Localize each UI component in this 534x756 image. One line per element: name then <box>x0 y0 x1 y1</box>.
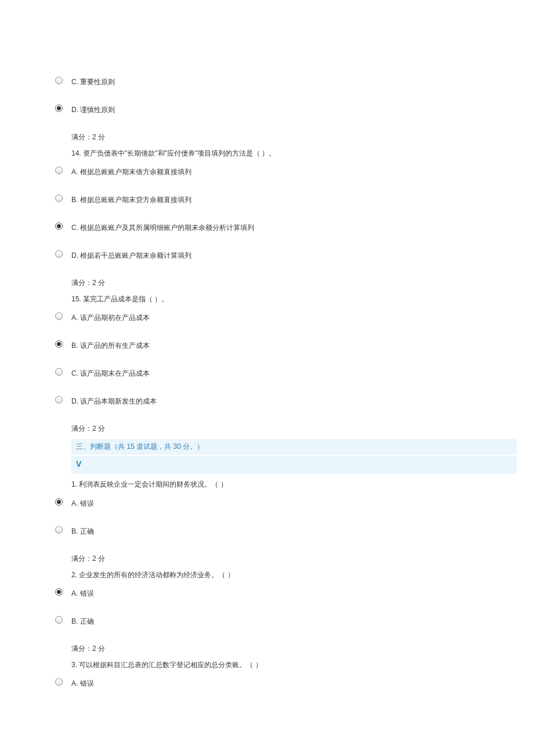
radio-selected-icon[interactable] <box>55 588 63 596</box>
option-label: A. 根据总账账户期末借方余额直接填列 <box>71 165 192 177</box>
q13-option-d: D. 谨慎性原则 <box>55 103 517 115</box>
radio-icon[interactable] <box>55 167 63 174</box>
radio-icon[interactable] <box>55 250 63 258</box>
radio-icon[interactable] <box>55 396 63 404</box>
q15-option-d: D. 该产品本期新发生的成本 <box>55 395 517 406</box>
q15-option-a: A. 该产品期初在产品成本 <box>55 311 517 323</box>
q14-option-b: B. 根据总账账户期末贷方余额直接填列 <box>55 193 517 205</box>
radio-icon[interactable] <box>55 77 63 84</box>
q15-option-c: C. 该产品期末在产品成本 <box>55 367 517 379</box>
radio-selected-icon[interactable] <box>55 340 63 348</box>
j1-option-b: B. 正确 <box>55 525 517 537</box>
radio-icon[interactable] <box>55 616 63 624</box>
j2-option-a: A. 错误 <box>55 587 517 599</box>
option-label: B. 根据总账账户期末贷方余额直接填列 <box>71 193 192 205</box>
q14-option-d: D. 根据若干总账账户期末余额计算填列 <box>55 249 517 261</box>
radio-selected-icon[interactable] <box>55 222 63 230</box>
q13-footer: 满分：2 分 14. 资产负债表中"长期借款"和"应付债券"项目填列的方法是（ … <box>71 131 517 160</box>
option-label: B. 正确 <box>71 525 94 537</box>
q14-option-c: C. 根据总账账户及其所属明细账户的期末余额分析计算填列 <box>55 221 517 233</box>
j2-footer: 满分：2 分 3. 可以根据科目汇总表的汇总数字登记相应的总分类账。（ ） <box>71 643 517 671</box>
option-label: C. 根据总账账户及其所属明细账户的期末余额分析计算填列 <box>71 221 254 233</box>
q15-footer: 满分：2 分 三、判断题（共 15 道试题，共 30 分。） V 1. 利润表反… <box>71 423 517 491</box>
option-label: D. 根据若干总账账户期末余额计算填列 <box>71 249 192 261</box>
section-3-title: 三、判断题（共 15 道试题，共 30 分。） <box>71 439 517 455</box>
q14-footer: 满分：2 分 15. 某完工产品成本是指（ ）。 <box>71 277 517 305</box>
score-label: 满分：2 分 <box>71 277 517 290</box>
radio-icon[interactable] <box>55 678 63 686</box>
j1-footer: 满分：2 分 2. 企业发生的所有的经济活动都称为经济业务。（ ） <box>71 553 517 581</box>
q13-option-c: C. 重要性原则 <box>55 75 517 87</box>
q15-prompt: 15. 某完工产品成本是指（ ）。 <box>71 293 517 306</box>
option-label: A. 该产品期初在产品成本 <box>71 311 150 323</box>
q14-option-a: A. 根据总账账户期末借方余额直接填列 <box>55 165 517 177</box>
radio-icon[interactable] <box>55 526 63 534</box>
option-label: C. 重要性原则 <box>71 75 115 87</box>
radio-icon[interactable] <box>55 368 63 376</box>
j1-option-a: A. 错误 <box>55 497 517 509</box>
score-label: 满分：2 分 <box>71 553 517 566</box>
radio-selected-icon[interactable] <box>55 105 63 112</box>
option-label: D. 谨慎性原则 <box>71 103 115 115</box>
j3-option-a: A. 错误 <box>55 677 517 689</box>
j2-prompt: 2. 企业发生的所有的经济活动都称为经济业务。（ ） <box>71 569 517 582</box>
j1-prompt: 1. 利润表反映企业一定会计期间的财务状况。（ ） <box>71 478 517 491</box>
score-label: 满分：2 分 <box>71 643 517 656</box>
option-label: A. 错误 <box>71 587 94 599</box>
option-label: A. 错误 <box>71 677 94 689</box>
q15-option-b: B. 该产品的所有生产成本 <box>55 339 517 351</box>
score-label: 满分：2 分 <box>71 131 517 144</box>
radio-icon[interactable] <box>55 312 63 320</box>
option-label: B. 正确 <box>71 615 94 627</box>
score-label: 满分：2 分 <box>71 423 517 435</box>
option-label: D. 该产品本期新发生的成本 <box>71 395 157 406</box>
radio-icon[interactable] <box>55 195 63 202</box>
radio-selected-icon[interactable] <box>55 498 63 506</box>
q14-prompt: 14. 资产负债表中"长期借款"和"应付债券"项目填列的方法是（ ）。 <box>71 147 517 160</box>
section-3-sub: V <box>71 456 517 474</box>
option-label: A. 错误 <box>71 497 94 509</box>
quiz-content: C. 重要性原则 D. 谨慎性原则 满分：2 分 14. 资产负债表中"长期借款… <box>0 75 534 689</box>
option-label: C. 该产品期末在产品成本 <box>71 367 150 379</box>
option-label: B. 该产品的所有生产成本 <box>71 339 150 351</box>
j3-prompt: 3. 可以根据科目汇总表的汇总数字登记相应的总分类账。（ ） <box>71 659 517 672</box>
j2-option-b: B. 正确 <box>55 615 517 627</box>
